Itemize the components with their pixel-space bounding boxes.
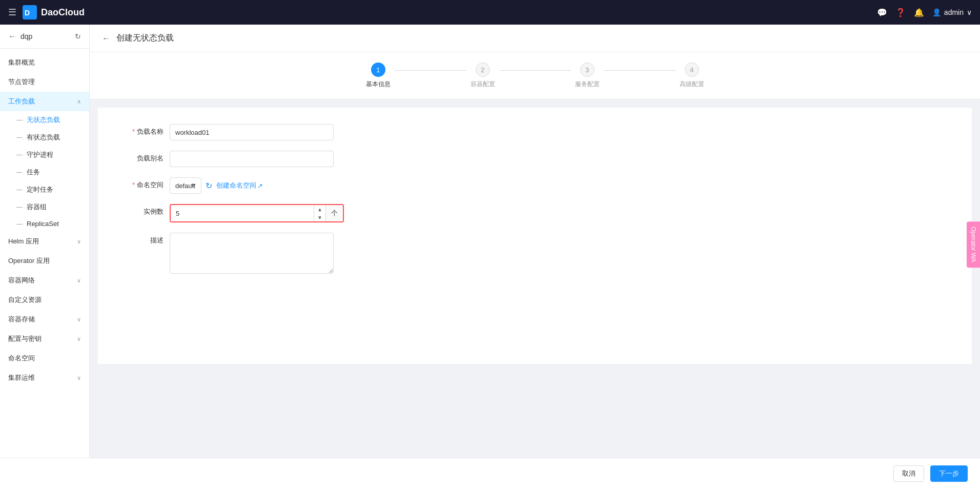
step-3: 3 服务配置: [575, 63, 600, 89]
step-number-3: 3: [585, 66, 589, 74]
operator-wa-badge[interactable]: Operator WA: [967, 221, 980, 268]
workload-name-label: 负载名称: [118, 124, 170, 136]
page-back-button[interactable]: ←: [102, 34, 110, 43]
instance-count-increment[interactable]: ▲: [314, 205, 325, 213]
sidebar-item-label: 容器网络: [8, 276, 35, 285]
step-item-service-config: 3 服务配置: [575, 63, 600, 89]
help-icon[interactable]: ❓: [895, 8, 906, 17]
namespace-select[interactable]: default: [170, 177, 201, 194]
user-icon: 👤: [932, 8, 941, 16]
user-menu[interactable]: 👤 admin ∨: [932, 8, 972, 16]
user-name: admin: [944, 8, 964, 16]
external-link-icon: ↗: [257, 182, 263, 190]
step-circle-4: 4: [685, 63, 699, 77]
instance-count-input[interactable]: [171, 205, 314, 221]
namespace-row: 命名空间 default ↻ 创建命名空间 ↗: [118, 177, 951, 194]
step-number-4: 4: [690, 66, 693, 74]
steps: 1 基本信息 2 容器配置: [366, 63, 704, 89]
step-circle-3: 3: [580, 63, 595, 77]
next-button[interactable]: 下一步: [930, 465, 968, 482]
workload-name-control: [170, 124, 334, 140]
dash-icon: —: [16, 220, 23, 228]
dash-icon: —: [16, 169, 23, 176]
step-2: 2 容器配置: [471, 63, 495, 89]
sidebar-item-cluster-ops[interactable]: 集群运维 ∨: [0, 368, 89, 388]
dash-icon: —: [16, 134, 23, 141]
instance-count-row: 实例数 ▲ ▼ 个: [118, 204, 951, 222]
step-line-3-4: [604, 70, 676, 71]
sidebar-item-node-management[interactable]: 节点管理: [0, 72, 89, 92]
sidebar-item-label: 节点管理: [8, 77, 35, 87]
sidebar-back-button[interactable]: ←: [8, 32, 16, 41]
hamburger-menu[interactable]: ☰: [8, 7, 16, 18]
logo-icon: D: [23, 5, 37, 19]
description-textarea[interactable]: [170, 233, 334, 274]
sidebar-item-label: Operator 应用: [8, 256, 50, 266]
step-line-2-3: [499, 70, 571, 71]
sidebar-item-workload[interactable]: 工作负载 ∧: [0, 92, 89, 111]
step-item-basic-info: 1 基本信息: [366, 63, 391, 89]
step-number-1: 1: [376, 66, 380, 74]
step-number-2: 2: [481, 66, 484, 74]
workload-alias-input[interactable]: [170, 151, 334, 167]
sidebar-item-label: 配置与密钥: [8, 334, 42, 343]
sidebar-item-label: Helm 应用: [8, 237, 39, 246]
sidebar-refresh-button[interactable]: ↻: [75, 32, 81, 40]
sidebar-item-container-storage[interactable]: 容器存储 ∨: [0, 310, 89, 329]
sidebar-item-label: ReplicaSet: [27, 220, 59, 228]
instance-count-unit: 个: [325, 205, 343, 221]
step-4: 4 高级配置: [680, 63, 704, 89]
chat-icon[interactable]: 💬: [877, 8, 887, 17]
sidebar-item-operator-apps[interactable]: Operator 应用: [0, 251, 89, 271]
step-item-advanced-config: 4 高级配置: [680, 63, 704, 89]
sidebar-item-cluster-overview[interactable]: 集群概览: [0, 53, 89, 72]
workload-alias-label: 负载别名: [118, 151, 170, 163]
namespace-controls: default ↻ 创建命名空间 ↗: [170, 177, 263, 194]
sidebar-item-container-group[interactable]: — 容器组: [0, 198, 89, 216]
chevron-down-icon: ∨: [77, 277, 81, 284]
sidebar-item-label: 任务: [27, 168, 40, 177]
description-label: 描述: [118, 233, 170, 245]
create-namespace-link[interactable]: 创建命名空间 ↗: [216, 181, 263, 190]
create-namespace-label: 创建命名空间: [216, 181, 256, 190]
top-navigation: ☰ D DaoCloud 💬 ❓ 🔔 👤 admin ∨: [0, 0, 980, 25]
sidebar-item-custom-resource[interactable]: 自定义资源: [0, 290, 89, 310]
instance-count-decrement[interactable]: ▼: [314, 213, 325, 221]
step-label-container-config: 容器配置: [471, 80, 495, 89]
sidebar-cluster-name: dqp: [21, 32, 32, 40]
chevron-down-icon: ∨: [77, 375, 81, 381]
sidebar-item-daemon[interactable]: — 守护进程: [0, 146, 89, 164]
cancel-button[interactable]: 取消: [893, 465, 924, 482]
sidebar-item-config-secrets[interactable]: 配置与密钥 ∨: [0, 329, 89, 349]
chevron-up-icon: ∧: [77, 98, 81, 105]
sidebar-item-label: 定时任务: [27, 185, 53, 194]
sidebar-item-stateless[interactable]: — 无状态负载: [0, 111, 89, 129]
sidebar-item-label: 无状态负载: [27, 115, 60, 125]
sidebar-item-stateful[interactable]: — 有状态负载: [0, 129, 89, 146]
logo-text: DaoCloud: [41, 7, 85, 18]
sidebar-item-label: 自定义资源: [8, 295, 42, 304]
sidebar-header: ← dqp ↻: [0, 25, 89, 49]
sidebar-item-task[interactable]: — 任务: [0, 164, 89, 181]
svg-text:D: D: [25, 9, 30, 17]
topnav-left: ☰ D DaoCloud: [8, 5, 85, 19]
instance-count-spinners: ▲ ▼: [314, 205, 325, 221]
sidebar-item-namespace[interactable]: 命名空间: [0, 349, 89, 368]
step-circle-2: 2: [476, 63, 490, 77]
sidebar-item-container-network[interactable]: 容器网络 ∨: [0, 271, 89, 290]
sidebar-item-helm-apps[interactable]: Helm 应用 ∨: [0, 232, 89, 251]
chevron-down-icon: ∨: [77, 336, 81, 342]
sidebar-item-replicaset[interactable]: — ReplicaSet: [0, 216, 89, 232]
namespace-select-wrap: default: [170, 177, 201, 194]
workload-name-row: 负载名称: [118, 124, 951, 140]
workload-name-input[interactable]: [170, 124, 334, 140]
sidebar-item-label: 容器组: [27, 202, 47, 212]
namespace-refresh-button[interactable]: ↻: [206, 181, 212, 191]
instance-count-box: ▲ ▼ 个: [170, 204, 344, 222]
sidebar-item-label: 工作负载: [8, 97, 35, 106]
bell-icon[interactable]: 🔔: [914, 8, 924, 17]
sidebar-item-scheduled-task[interactable]: — 定时任务: [0, 181, 89, 198]
dash-icon: —: [16, 186, 23, 193]
form-container: 负载名称 负载别名 命名空间 default: [98, 108, 972, 364]
sidebar-item-label: 集群概览: [8, 58, 35, 67]
